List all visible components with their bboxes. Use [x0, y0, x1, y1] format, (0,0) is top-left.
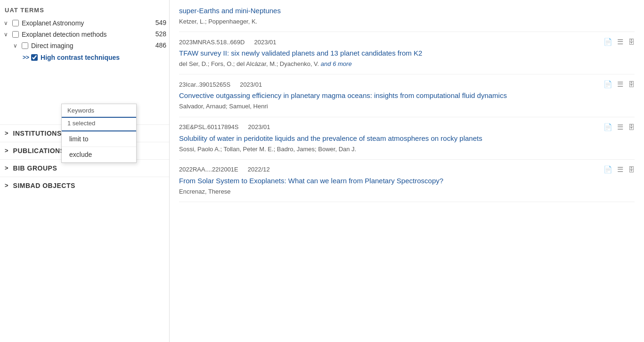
result-authors-3: Sossi, Paolo A.; Tollan, Peter M. E.; Ba…: [179, 145, 635, 154]
tree-item-direct-imaging: Direct imaging 486: [0, 40, 169, 51]
chevron-simbad-icon: >: [5, 182, 8, 189]
result-meta-3: 23E&PSL.60117894S 2023/01: [179, 123, 635, 131]
chevron-direct-imaging[interactable]: [13, 42, 20, 49]
list-icon-2[interactable]: [617, 80, 623, 89]
label-high-contrast: High contrast techniques: [41, 53, 166, 62]
result-icons-4: [603, 165, 635, 174]
chevron-exoplanet-detection[interactable]: [4, 31, 10, 38]
count-direct-imaging: 486: [150, 41, 166, 49]
result-title-4[interactable]: From Solar System to Exoplanets: What ca…: [179, 176, 635, 186]
uat-terms-header: UAT TERMS: [0, 5, 169, 17]
tree-item-exoplanet-astronomy: Exoplanet Astronomy 549: [0, 17, 169, 29]
label-institutions: INSTITUTIONS: [13, 130, 62, 137]
label-direct-imaging: Direct imaging: [31, 41, 146, 50]
result-authors-0: Ketzer, L.; Poppenhaeger, K.: [179, 17, 635, 26]
keywords-popup: Keywords 1 selected limit to exclude: [61, 104, 137, 163]
authors-text-1: del Ser, D.; Fors, O.; del Alcázar, M.; …: [179, 60, 319, 67]
sidebar: UAT TERMS Exoplanet Astronomy 549 Exopla…: [0, 0, 170, 342]
doc-icon-1[interactable]: [603, 38, 612, 46]
list-icon-4[interactable]: [617, 165, 623, 174]
result-authors-1: del Ser, D.; Fors, O.; del Alcázar, M.; …: [179, 60, 635, 68]
tree-item-exoplanet-detection: Exoplanet detection methods 528: [0, 29, 169, 40]
result-authors-4: Encrenaz, Therese: [179, 187, 635, 196]
result-authors-2: Salvador, Arnaud; Samuel, Henri: [179, 102, 635, 111]
date-3: 2023/01: [248, 123, 270, 130]
db-icon-2[interactable]: [628, 80, 635, 89]
label-bib-groups: BIB GROUPS: [13, 164, 57, 172]
result-item-3: 23E&PSL.60117894S 2023/01 Solubility of …: [179, 117, 635, 160]
db-icon-3[interactable]: [628, 123, 635, 131]
result-title-0[interactable]: super-Earths and mini-Neptunes: [179, 6, 635, 16]
bibcode-3: 23E&PSL.60117894S: [179, 123, 239, 130]
count-exoplanet-astronomy: 549: [150, 19, 166, 26]
doc-icon-2[interactable]: [603, 80, 612, 89]
label-exoplanet-astronomy: Exoplanet Astronomy: [22, 19, 146, 27]
result-title-2[interactable]: Convective outgassing efficiency in plan…: [179, 90, 635, 100]
doc-icon-4[interactable]: [603, 165, 612, 174]
limit-to-option[interactable]: limit to: [62, 131, 136, 147]
result-meta-2: 23Icar..39015265S 2023/01: [179, 80, 635, 89]
tree-item-high-contrast: > High contrast techniques: [0, 52, 169, 63]
bibcode-1: 2023MNRAS.518..669D: [179, 39, 245, 46]
chevron-exoplanet-astronomy[interactable]: [4, 20, 10, 26]
date-1: 2023/01: [254, 39, 276, 46]
result-icons-2: [603, 80, 635, 89]
and-more-1[interactable]: and 6 more: [321, 60, 352, 67]
chevron-bib-groups-icon: >: [5, 164, 8, 171]
checkbox-exoplanet-astronomy[interactable]: [12, 20, 19, 26]
result-title-3[interactable]: Solubility of water in peridotite liquid…: [179, 133, 635, 143]
chevron-institutions-icon: >: [5, 130, 8, 137]
db-icon-1[interactable]: [628, 38, 635, 46]
date-4: 2022/12: [248, 166, 270, 173]
result-item-2: 23Icar..39015265S 2023/01 Convective out…: [179, 74, 635, 117]
count-exoplanet-detection: 528: [150, 30, 166, 38]
label-publications: PUBLICATIONS: [13, 147, 65, 155]
chevron-publications-icon: >: [5, 147, 8, 154]
label-simbad-objects: SIMBAD OBJECTS: [13, 182, 75, 189]
result-meta-4: 2022RAA....22I2001E 2022/12: [179, 165, 635, 174]
label-exoplanet-detection: Exoplanet detection methods: [22, 30, 146, 39]
keywords-selected: 1 selected: [62, 118, 136, 131]
doc-icon-3[interactable]: [603, 123, 612, 131]
db-icon-4[interactable]: [628, 165, 635, 174]
section-simbad-objects[interactable]: > SIMBAD OBJECTS: [0, 177, 169, 194]
date-2: 2023/01: [240, 81, 262, 88]
checkbox-direct-imaging[interactable]: [22, 42, 28, 49]
checkbox-exoplanet-detection[interactable]: [12, 31, 19, 38]
bibcode-2: 23Icar..39015265S: [179, 81, 230, 88]
result-title-1[interactable]: TFAW survey II: six newly validated plan…: [179, 48, 635, 58]
result-meta-1: 2023MNRAS.518..669D 2023/01: [179, 38, 635, 46]
exclude-option[interactable]: exclude: [62, 147, 136, 163]
result-item-4: 2022RAA....22I2001E 2022/12 From Solar S…: [179, 160, 635, 202]
result-item-0: super-Earths and mini-Neptunes Ketzer, L…: [179, 0, 635, 32]
checkbox-high-contrast[interactable]: [31, 54, 38, 61]
main-content: super-Earths and mini-Neptunes Ketzer, L…: [170, 0, 644, 342]
result-item-1: 2023MNRAS.518..669D 2023/01 TFAW survey …: [179, 32, 635, 74]
list-icon-1[interactable]: [617, 38, 623, 46]
list-icon-3[interactable]: [617, 123, 623, 131]
result-icons-3: [603, 123, 635, 131]
result-icons-1: [603, 38, 635, 46]
bibcode-4: 2022RAA....22I2001E: [179, 166, 238, 173]
chevron-high-contrast[interactable]: >: [23, 54, 29, 61]
keywords-header: Keywords: [62, 104, 136, 118]
